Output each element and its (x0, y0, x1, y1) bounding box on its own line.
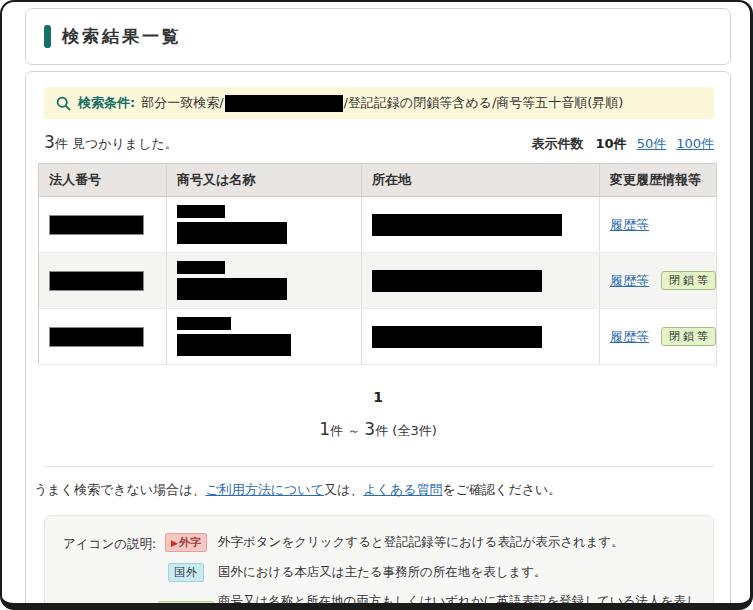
english-badge-icon: 英語表記 (158, 601, 214, 610)
results-table: 法人番号 商号又は名称 所在地 変更履歴情報等 履歴等 (38, 163, 717, 365)
redacted-corporate-number (49, 215, 144, 235)
history-link[interactable]: 履歴等 (610, 272, 649, 290)
display-option-100[interactable]: 100件 (676, 135, 714, 153)
faq-link[interactable]: よくある質問 (363, 482, 442, 497)
redacted-search-keyword (225, 95, 343, 112)
usage-guide-link[interactable]: ご利用方法について (205, 482, 324, 497)
history-link[interactable]: 履歴等 (610, 216, 649, 234)
legend-item-kokugai: 国外 国外における本店又は主たる事務所の所在地を表します。 (160, 563, 699, 582)
search-condition-suffix: /登記記録の閉鎖等含める/商号等五十音順(昇順) (344, 94, 624, 112)
kokugai-description: 国外における本店又は主たる事務所の所在地を表します。 (218, 564, 547, 581)
search-condition-bar: 検索条件: 部分一致検索/ /登記記録の閉鎖等含める/商号等五十音順(昇順) (44, 87, 714, 119)
range-to: 3 (364, 419, 375, 439)
table-row: 履歴等 閉鎖等 (39, 309, 717, 365)
icon-legend-box: アイコンの説明: ▶外字 外字ボタンをクリックすると登記記録等における表記が表示… (44, 515, 714, 610)
search-condition-label: 検索条件: (78, 94, 135, 112)
redacted-company-name (177, 278, 287, 300)
results-summary-row: 3件 見つかりました。 表示件数 10件 50件 100件 (44, 132, 714, 153)
redacted-company-name (177, 222, 287, 244)
icon-legend-rows: ▶外字 外字ボタンをクリックすると登記記録等における表記が表示されます。 国外 … (160, 533, 699, 610)
legend-item-gaiji: ▶外字 外字ボタンをクリックすると登記記録等における表記が表示されます。 (160, 533, 699, 552)
search-icon (56, 96, 71, 111)
help-text-pre: うまく検索できない場合は、 (34, 482, 205, 497)
help-text-post: をご確認ください。 (443, 482, 562, 497)
title-card: 検索結果一覧 (25, 8, 731, 65)
gaiji-description: 外字ボタンをクリックすると登記記録等における表記が表示されます。 (218, 534, 624, 551)
display-option-50[interactable]: 50件 (637, 135, 667, 153)
header-company-name: 商号又は名称 (167, 164, 362, 197)
header-corporate-number: 法人番号 (39, 164, 167, 197)
help-text: うまく検索できない場合は、ご利用方法について又は、よくある質問をご確認ください。 (34, 481, 714, 499)
page-title: 検索結果一覧 (62, 25, 182, 48)
redacted-furigana (177, 317, 231, 330)
search-condition-value: 部分一致検索/ /登記記録の閉鎖等含める/商号等五十音順(昇順) (141, 94, 623, 112)
redacted-company-name (177, 334, 291, 356)
display-option-10: 10件 (596, 135, 627, 153)
title-accent-bar (44, 25, 51, 48)
table-row: 履歴等 (39, 197, 717, 253)
closed-badge: 閉鎖等 (661, 327, 716, 346)
gaiji-badge-icon: ▶外字 (165, 533, 207, 552)
current-page-number: 1 (373, 389, 383, 405)
pagination: 1 (26, 389, 730, 405)
section-divider (44, 466, 714, 467)
redacted-furigana (177, 205, 225, 218)
english-description: 商号又は名称と所在地の両方もしくはいずれかに英語表記を登録している法人を表します… (218, 593, 699, 610)
header-address: 所在地 (362, 164, 600, 197)
results-count-number: 3 (44, 132, 55, 152)
range-from-unit: 件 (330, 423, 343, 438)
result-range-text: 1件 ～ 3件 (全3件) (26, 419, 730, 440)
search-condition-prefix: 部分一致検索/ (141, 94, 223, 112)
redacted-address (372, 214, 562, 236)
range-to-unit: 件 (375, 423, 388, 438)
table-row: 履歴等 閉鎖等 (39, 253, 717, 309)
results-count: 3件 見つかりました。 (44, 132, 178, 153)
table-header-row: 法人番号 商号又は名称 所在地 変更履歴情報等 (39, 164, 717, 197)
legend-item-english: 英語表記 商号又は名称と所在地の両方もしくはいずれかに英語表記を登録している法人… (160, 593, 699, 610)
redacted-address (372, 326, 542, 348)
redacted-address (372, 270, 542, 292)
kokugai-badge-icon: 国外 (168, 563, 204, 582)
range-from: 1 (319, 419, 330, 439)
gaiji-arrow-icon: ▶ (171, 538, 178, 548)
range-total: (全3件) (392, 423, 436, 438)
display-count-options: 表示件数 10件 50件 100件 (532, 135, 714, 153)
window-frame: 検索結果一覧 検索条件: 部分一致検索/ /登記記録の閉鎖等含める/商号等五十音… (0, 0, 753, 610)
redacted-corporate-number (49, 271, 144, 291)
redacted-furigana (177, 261, 225, 274)
help-text-mid: 又は、 (324, 482, 363, 497)
history-link[interactable]: 履歴等 (610, 328, 649, 346)
closed-badge: 閉鎖等 (661, 271, 716, 290)
gaiji-badge-label: 外字 (179, 536, 201, 549)
header-change-history: 変更履歴情報等 (600, 164, 717, 197)
range-separator: ～ (347, 423, 360, 438)
results-count-text: 件 見つかりました。 (55, 136, 178, 151)
icon-legend-label: アイコンの説明: (63, 533, 160, 610)
display-count-label: 表示件数 (532, 135, 584, 153)
results-panel: 検索条件: 部分一致検索/ /登記記録の閉鎖等含める/商号等五十音順(昇順) 3… (25, 71, 731, 610)
redacted-corporate-number (49, 327, 144, 347)
